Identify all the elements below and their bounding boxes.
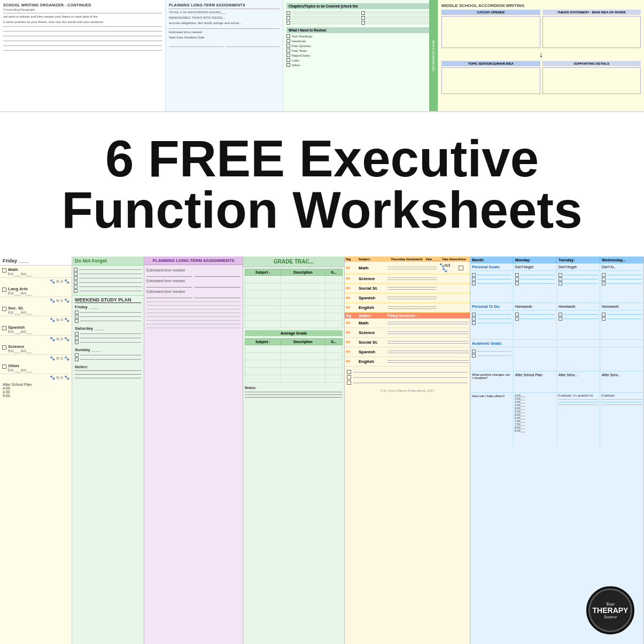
after-school-plan: After School Plan 4:00 4:30 5:00 [0, 381, 72, 399]
day-friday-label: Friday ____ [75, 305, 141, 309]
do-not-forget-label: Do Not Forget [75, 258, 141, 263]
fri-english: English [359, 359, 387, 364]
worksheet-writing-organizer: SCHOOL WRITING ORGANIZER - CONTINUED Con… [0, 0, 166, 111]
friday-hw-header: Friday Homewor... [387, 314, 469, 317]
math-checkbox[interactable] [2, 268, 6, 273]
subject-row-other: Other Est ___Act___ [0, 362, 72, 374]
weekend-study-plan-label: WEEKEND STUDY PLAN [75, 297, 141, 303]
panel-homework-tracker: Sig Subject Thursday Homework Date: ____… [345, 257, 470, 644]
positive-changes-label: What positive changes can I visualize? [470, 371, 514, 392]
paw-row-3: 🐾 N 3 🐾 [0, 316, 72, 323]
worksheet-accordion-writing: Middle School Accordion Writing CATCHY O… [438, 0, 644, 111]
ws1-text1: nal word or phrase and then restate your… [3, 15, 162, 19]
subject-est-math: Est ___Act___ [8, 272, 33, 276]
fri-spanish: Spanish [359, 350, 387, 354]
ws3-item1: Handouts: [292, 40, 306, 43]
table-row [245, 306, 343, 313]
logo-badge: Your THERAPY Source [586, 586, 634, 634]
dnf-line-1 [74, 268, 142, 271]
dont-forget-mon: Don't forget: [514, 263, 557, 270]
fri-row-spanish: ✏ Spanish [345, 347, 470, 357]
main-headline: 6 FREE Executive Function Worksheets [61, 133, 582, 236]
ws2-row1: MANAGEABLE TASKS WITH DEADL... [169, 16, 280, 20]
date-header: Date: _____ [426, 258, 442, 261]
homework-tue: Homework: [557, 303, 600, 310]
col-tuesday: Tuesday: [557, 257, 600, 263]
homework-wed: Homework: [600, 303, 643, 310]
table-row [245, 313, 343, 321]
ws2-row2: account obligations, like family outings… [169, 21, 280, 26]
fri-row-math: ✏ Math [345, 319, 470, 328]
fri-row-english: ✏ English [345, 357, 470, 367]
table-row [245, 360, 343, 368]
subject-row-langart: Lang Arts Est ___Act___ [0, 285, 72, 297]
subject-est-science: Est ___Act___ [8, 349, 33, 353]
ws3-review-label: What I Need to Review: [286, 27, 434, 33]
fri-row-science: ✏ Science [345, 328, 470, 338]
fri-math: Math [359, 321, 387, 325]
ws2-row0: TOTAL # OF ANTICIPATED HOURS___ [169, 11, 280, 15]
grade-col2-subject: Subject - [245, 339, 281, 345]
subject-est-other: Est ___Act___ [8, 368, 33, 372]
ws4-title: Middle School Accordion Writing [441, 3, 641, 8]
subject-row-spanish: Spanish Est ___Act___ [0, 323, 72, 336]
avg-grade-label: Average Grade [245, 330, 343, 336]
ws2-row3: Estimated time needed: [169, 30, 280, 35]
socst-checkbox[interactable] [2, 307, 6, 311]
other-checkbox[interactable] [2, 364, 6, 369]
spanish-checkbox[interactable] [2, 326, 6, 330]
gratitude-label: Gratitude: I'm grateful for [558, 394, 599, 397]
how-label: How can I help others? [470, 393, 514, 446]
dnf-line-2 [74, 272, 142, 276]
thu-math: Math [359, 266, 387, 270]
thu-row-socialst: ✏ Social St. [345, 284, 470, 293]
panel-friday-planner: Friday ____ Math Est ___Act___ 🐾 N 3 🐾 L… [0, 257, 144, 644]
gratitude-label2: Gratitude: [601, 394, 642, 397]
ws4-col1-header: CATCHY OPENER [441, 10, 540, 15]
ws4-row2-col2: SUPPORTING DETAILS [542, 61, 641, 66]
fri-socialst: Social St. [359, 340, 387, 345]
grade-table-1: Subject - Description G... [245, 269, 343, 328]
table-row [245, 345, 343, 353]
ws3-header: Chapters/Topics to be Covered (check the [286, 3, 434, 9]
paw-row-1: 🐾 N 3 🐾 [0, 278, 72, 285]
subject-est-langart: Est ___Act___ [8, 291, 33, 295]
thu-spanish: Spanish [359, 296, 387, 300]
subject-name-spanish: Spanish [8, 325, 33, 330]
subject-name-math: Math [8, 267, 33, 272]
thu-row-math: ✏ Math 🐾N3🐾 [345, 262, 470, 274]
col-monday: Monday: [514, 257, 557, 263]
ws3-item5: Labs: [292, 59, 300, 62]
p2-est-row4: Estimated time needed: [146, 290, 240, 293]
subject-est-socst: Est ___Act___ [8, 311, 33, 314]
grade-col-grade: G... [325, 269, 343, 276]
after-school-label2: After Scho... [557, 371, 600, 392]
langart-checkbox[interactable] [2, 288, 6, 292]
take-home-header: Take Home [442, 258, 458, 261]
ws3-item4: Maps/Charts: [292, 54, 311, 57]
dnf-line-6 [74, 289, 142, 293]
intro-text: INTRODUCTION [432, 40, 435, 71]
fri-row-socialst: ✏ Social St. [345, 338, 470, 347]
day-friday: Friday ____ [75, 305, 141, 323]
worksheet-chapters-topics: Chapters/Topics to be Covered (check the… [283, 0, 438, 111]
subject-est-spanish: Est ___Act___ [8, 330, 33, 333]
table-row [245, 283, 343, 291]
academic-goals-label: Academic Goals: [470, 340, 514, 347]
thu-science: Science [359, 276, 387, 281]
ws3-item2: Past Quizzes: [292, 44, 312, 48]
grade-table-2: Subject - Description G... [245, 338, 343, 383]
after-school-label: After School Plan: [514, 371, 557, 392]
science-checkbox[interactable] [2, 345, 6, 350]
table-row [245, 368, 343, 375]
dnf-line-5 [74, 285, 142, 289]
main-text-area: 6 FREE Executive Function Worksheets [0, 112, 644, 257]
personal-todo-label: Personal To Do: [470, 303, 514, 310]
paw-row-5: 🐾 N 3 🐾 [0, 355, 72, 362]
ws3-item3: Past Tests: [292, 49, 307, 52]
thu-socialst: Social St. [359, 286, 387, 291]
ws1-title: SCHOOL WRITING ORGANIZER - CONTINUED [3, 3, 162, 7]
ws1-text2: e same premise as your thesis; only vary… [3, 20, 162, 25]
thursday-hw-header: Thursday Homework [387, 258, 426, 261]
grade-col-subject: Subject - [245, 269, 281, 276]
